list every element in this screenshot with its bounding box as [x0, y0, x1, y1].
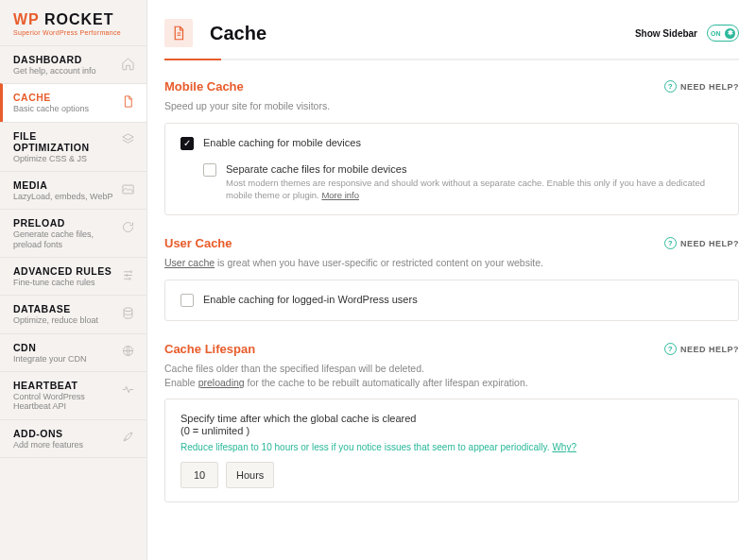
checkbox-enable-user-cache[interactable]	[180, 294, 194, 307]
sidebar-item-advanced-rules[interactable]: ADVANCED RULES Fine-tune cache rules	[0, 257, 146, 295]
page-title: Cache	[210, 23, 266, 44]
help-icon: ?	[664, 237, 677, 249]
nav-title: DASHBOARD	[13, 54, 114, 65]
checkbox-label: Separate cache files for mobile devices	[226, 163, 717, 175]
logo-wp: WP	[13, 11, 39, 27]
toggle-knob-icon: ✱	[725, 28, 735, 39]
sidebar-item-cache[interactable]: CACHE Basic cache options	[0, 83, 146, 121]
section-user-cache: User Cache ? NEED HELP? User cache is gr…	[164, 236, 739, 321]
sidebar-item-preload[interactable]: PRELOAD Generate cache files, preload fo…	[0, 209, 146, 257]
svg-point-3	[129, 278, 130, 280]
page-header: Cache Show Sidebar ON ✱	[164, 0, 739, 59]
heartbeat-icon	[120, 382, 135, 397]
header-underline	[164, 59, 739, 60]
nav-title: CACHE	[13, 92, 114, 103]
nav-desc: Get help, account info	[13, 66, 114, 76]
need-help-button[interactable]: ? NEED HELP?	[664, 80, 739, 93]
svg-point-1	[129, 270, 131, 272]
section-title: Mobile Cache	[164, 79, 244, 93]
help-icon: ?	[664, 343, 677, 355]
image-icon	[120, 181, 135, 196]
lifespan-unit-select[interactable]: Hours	[226, 462, 274, 488]
lifespan-sub: (0 = unlimited )	[180, 425, 723, 436]
user-cache-link[interactable]: User cache	[164, 257, 215, 268]
checkbox-separate-mobile-cache[interactable]	[203, 163, 216, 177]
nav-desc: Optimize, reduce bloat	[13, 315, 114, 325]
mobile-cache-panel: ✓ Enable caching for mobile devices Sepa…	[164, 123, 739, 216]
need-help-button[interactable]: ? NEED HELP?	[664, 343, 739, 355]
sidebar-item-dashboard[interactable]: DASHBOARD Get help, account info	[0, 45, 146, 83]
nav-desc: Fine-tune cache rules	[13, 278, 114, 287]
section-title: User Cache	[164, 236, 232, 250]
home-icon	[120, 56, 135, 71]
cache-page-icon	[164, 19, 193, 47]
svg-point-4	[124, 308, 132, 312]
sliders-icon	[120, 267, 135, 282]
lifespan-lead: Specify time after which the global cach…	[180, 413, 723, 424]
section-desc: Speed up your site for mobile visitors.	[164, 99, 739, 113]
database-icon	[120, 305, 135, 320]
lifespan-note: Reduce lifespan to 10 hours or less if y…	[180, 442, 723, 452]
need-help-label: NEED HELP?	[680, 239, 739, 248]
more-info-link[interactable]: More info	[321, 190, 359, 200]
checkbox-sublabel: Most modern themes are responsive and sh…	[226, 178, 717, 202]
section-cache-lifespan: Cache Lifespan ? NEED HELP? Cache files …	[164, 342, 739, 502]
help-icon: ?	[664, 80, 677, 93]
need-help-button[interactable]: ? NEED HELP?	[664, 237, 739, 249]
layers-icon	[120, 132, 135, 147]
sidebar-item-file-optimization[interactable]: FILE OPTIMIZATION Optimize CSS & JS	[0, 122, 146, 171]
document-icon	[120, 93, 135, 109]
nav-title: ADD-ONS	[13, 428, 114, 439]
section-desc: User cache is great when you have user-s…	[164, 256, 739, 270]
nav-desc: Add more features	[13, 440, 114, 450]
nav-title: MEDIA	[13, 179, 114, 191]
logo-tagline: Superior WordPress Performance	[13, 29, 133, 36]
section-mobile-cache: Mobile Cache ? NEED HELP? Speed up your …	[164, 79, 739, 215]
nav-title: CDN	[13, 342, 114, 353]
nav-desc: Control WordPress Heartbeat API	[13, 392, 114, 412]
logo: WP ROCKET Superior WordPress Performance	[0, 0, 146, 45]
section-title: Cache Lifespan	[164, 342, 255, 356]
nav-desc: LazyLoad, embeds, WebP	[13, 192, 114, 201]
why-link[interactable]: Why?	[552, 442, 576, 452]
need-help-label: NEED HELP?	[680, 345, 739, 354]
nav-title: PRELOAD	[13, 217, 114, 229]
logo-rocket: ROCKET	[39, 11, 113, 27]
checkbox-enable-mobile-cache[interactable]: ✓	[180, 137, 194, 150]
user-cache-panel: Enable caching for logged-in WordPress u…	[164, 280, 739, 321]
nav-title: DATABASE	[13, 303, 114, 314]
globe-icon	[120, 344, 135, 359]
lifespan-value-input[interactable]	[180, 462, 218, 488]
sidebar: WP ROCKET Superior WordPress Performance…	[0, 0, 147, 560]
sidebar-item-add-ons[interactable]: ADD-ONS Add more features	[0, 419, 146, 458]
nav-title: HEARTBEAT	[13, 380, 114, 391]
sidebar-item-media[interactable]: MEDIA LazyLoad, embeds, WebP	[0, 171, 146, 209]
sidebar-item-heartbeat[interactable]: HEARTBEAT Control WordPress Heartbeat AP…	[0, 371, 146, 419]
sidebar-item-cdn[interactable]: CDN Integrate your CDN	[0, 333, 146, 371]
toggle-state: ON	[711, 30, 721, 37]
main-content: Cache Show Sidebar ON ✱ Mobile Cache ? N…	[147, 0, 756, 560]
section-desc: Cache files older than the specified lif…	[164, 362, 739, 389]
checkbox-label: Enable caching for logged-in WordPress u…	[203, 294, 418, 305]
refresh-icon	[120, 219, 135, 234]
show-sidebar-toggle[interactable]: ON ✱	[707, 25, 739, 42]
nav: DASHBOARD Get help, account info CACHE B…	[0, 45, 146, 458]
lifespan-panel: Specify time after which the global cach…	[164, 399, 739, 502]
nav-desc: Generate cache files, preload fonts	[13, 229, 114, 249]
nav-title: FILE OPTIMIZATION	[13, 130, 114, 153]
nav-desc: Basic cache options	[13, 104, 114, 113]
show-sidebar-label: Show Sidebar	[635, 28, 697, 39]
nav-title: ADVANCED RULES	[13, 265, 114, 277]
nav-desc: Integrate your CDN	[13, 354, 114, 364]
rocket-icon	[120, 430, 135, 445]
checkbox-label: Enable caching for mobile devices	[203, 137, 361, 148]
preloading-link[interactable]: preloading	[198, 377, 245, 388]
sidebar-item-database[interactable]: DATABASE Optimize, reduce bloat	[0, 295, 146, 332]
need-help-label: NEED HELP?	[680, 82, 739, 92]
nav-desc: Optimize CSS & JS	[13, 154, 114, 163]
